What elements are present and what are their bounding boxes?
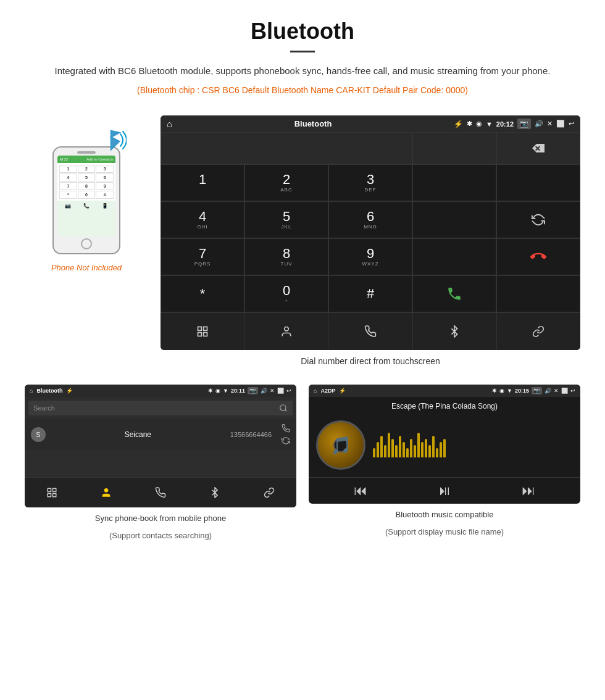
music-status-bar: ⌂ A2DP ⚡ ✱ ◉ ▼ 20:15 📷 🔊 ✕ ⬜ ↩: [309, 385, 580, 397]
eq-bar: [399, 436, 401, 457]
music-caption-line2: (Support display music file name): [309, 526, 580, 538]
back-icon[interactable]: ↩: [569, 120, 574, 128]
contacts-toolbar-button[interactable]: [244, 313, 328, 350]
back-icon[interactable]: ↩: [286, 388, 291, 394]
page-specs: (Bluetooth chip : CSR BC6 Default Blueto…: [37, 83, 568, 97]
eq-bar: [432, 436, 435, 457]
eq-bar: [440, 442, 442, 457]
music-caption-line1: Bluetooth music compatible: [309, 509, 580, 521]
window-icon[interactable]: ⬜: [561, 388, 568, 394]
bluetooth-toolbar-button[interactable]: [413, 313, 497, 350]
call-button[interactable]: [412, 275, 496, 312]
page-description: Integrated with BC6 Bluetooth module, su…: [37, 64, 568, 78]
bt-icon: ✱: [492, 388, 497, 394]
close-icon[interactable]: ✕: [547, 120, 553, 128]
camera-icon[interactable]: 📷: [248, 387, 258, 394]
eq-bar: [421, 442, 424, 457]
empty-cell: [412, 132, 496, 164]
eq-bar: [425, 439, 427, 457]
svg-rect-0: [198, 327, 201, 331]
refresh-button[interactable]: [496, 201, 580, 238]
phone-key: 6: [96, 173, 114, 181]
bt-icon: ✱: [467, 120, 472, 128]
bluetooth-waves-icon: [90, 122, 127, 159]
close-icon[interactable]: ✕: [270, 388, 275, 394]
bottom-toolbar: [161, 312, 580, 350]
search-placeholder: Search: [33, 404, 55, 412]
eq-bar: [414, 445, 416, 457]
window-icon[interactable]: ⬜: [277, 388, 284, 394]
play-pause-button[interactable]: ⏯: [438, 483, 451, 499]
location-icon: ◉: [215, 388, 220, 394]
phone-key: 4: [59, 173, 77, 181]
dial-key-star[interactable]: *: [161, 275, 244, 312]
bluetooth-phonebook-button[interactable]: [188, 478, 242, 507]
dial-key-6[interactable]: 6 MNO: [328, 201, 412, 238]
phone-toolbar-button[interactable]: [328, 313, 412, 350]
screen-title: Bluetooth: [294, 119, 332, 128]
dial-key-2[interactable]: 2 ABC: [244, 164, 328, 201]
page-header: Bluetooth Integrated with BC6 Bluetooth …: [0, 0, 605, 109]
phone-bottom-bar: 📷 📞 📱: [57, 201, 115, 211]
svg-rect-10: [48, 494, 51, 497]
eq-bar: [391, 439, 394, 457]
wifi-icon: ▼: [486, 120, 493, 128]
main-screen-caption: Dial number direct from touchscreen: [161, 356, 580, 366]
dial-key-4[interactable]: 4 GHI: [161, 201, 244, 238]
volume-icon[interactable]: 🔊: [261, 388, 267, 394]
phone-keypad: 1 2 3 4 5 6 7 8 9 * 0 #: [57, 163, 115, 201]
phone-key: *: [59, 191, 77, 199]
grid-phonebook-button[interactable]: [25, 478, 79, 507]
music-screen-wrapper: ⌂ A2DP ⚡ ✱ ◉ ▼ 20:15 📷 🔊 ✕ ⬜ ↩ Escape (T: [309, 385, 580, 541]
dial-key-7[interactable]: 7 PQRS: [161, 238, 244, 275]
dial-key-8[interactable]: 8 TUV: [244, 238, 328, 275]
phonebook-toolbar: [25, 477, 296, 507]
empty-cell-2: [412, 164, 496, 201]
eq-bar: [436, 448, 438, 457]
eq-bar: [388, 433, 390, 457]
phone-key: 1: [59, 165, 77, 173]
window-icon[interactable]: ⬜: [556, 120, 565, 128]
search-icon[interactable]: [279, 404, 288, 412]
dial-key-0[interactable]: 0 +: [244, 275, 328, 312]
song-title-display: Escape (The Pina Colada Song): [309, 397, 580, 413]
dial-key-9[interactable]: 9 WXYZ: [328, 238, 412, 275]
grid-toolbar-button[interactable]: [161, 313, 244, 350]
home-icon[interactable]: ⌂: [30, 388, 33, 394]
usb-icon: ⚡: [454, 120, 463, 128]
svg-point-11: [104, 489, 108, 493]
time-display: 20:12: [496, 120, 514, 128]
call-contact-icon[interactable]: [282, 424, 290, 433]
volume-icon[interactable]: 🔊: [544, 388, 551, 394]
phonebook-screen-wrapper: ⌂ Bluetooth ⚡ ✱ ◉ ▼ 20:11 📷 🔊 ✕ ⬜ ↩: [25, 385, 296, 541]
svg-rect-9: [53, 494, 56, 497]
location-icon: ◉: [476, 120, 482, 128]
eq-bar: [428, 445, 431, 457]
camera-icon[interactable]: 📷: [532, 387, 542, 394]
link-toolbar-button[interactable]: [497, 313, 580, 350]
dial-key-hash[interactable]: #: [328, 275, 412, 312]
phone-section: M:22 Add to Contacts 1 2 3 4 5 6 7 8 9 *: [25, 115, 148, 272]
camera-icon[interactable]: 📷: [517, 119, 531, 129]
contacts-phonebook-button[interactable]: [79, 478, 133, 507]
phone-phonebook-button[interactable]: [133, 478, 188, 507]
phone-not-included-label: Phone Not Included: [25, 263, 148, 272]
end-call-button[interactable]: [496, 238, 580, 275]
dial-key-3[interactable]: 3 DEF: [328, 164, 412, 201]
volume-icon[interactable]: 🔊: [535, 120, 543, 128]
home-icon[interactable]: ⌂: [314, 388, 317, 394]
empty-cell-5: [412, 238, 496, 275]
prev-button[interactable]: ⏮: [354, 483, 367, 499]
svg-rect-3: [198, 333, 201, 336]
dial-key-5[interactable]: 5 JKL: [244, 201, 328, 238]
next-button[interactable]: ⏭: [522, 483, 535, 499]
refresh-contact-icon[interactable]: [282, 436, 290, 445]
dial-key-1[interactable]: 1 _: [161, 164, 244, 201]
link-phonebook-button[interactable]: [242, 478, 296, 507]
search-bar[interactable]: Search: [28, 401, 293, 415]
backspace-button[interactable]: [496, 132, 580, 164]
back-icon[interactable]: ↩: [570, 388, 575, 394]
close-icon[interactable]: ✕: [554, 388, 559, 394]
home-icon[interactable]: ⌂: [167, 119, 172, 129]
phone-key: 2: [78, 165, 96, 173]
